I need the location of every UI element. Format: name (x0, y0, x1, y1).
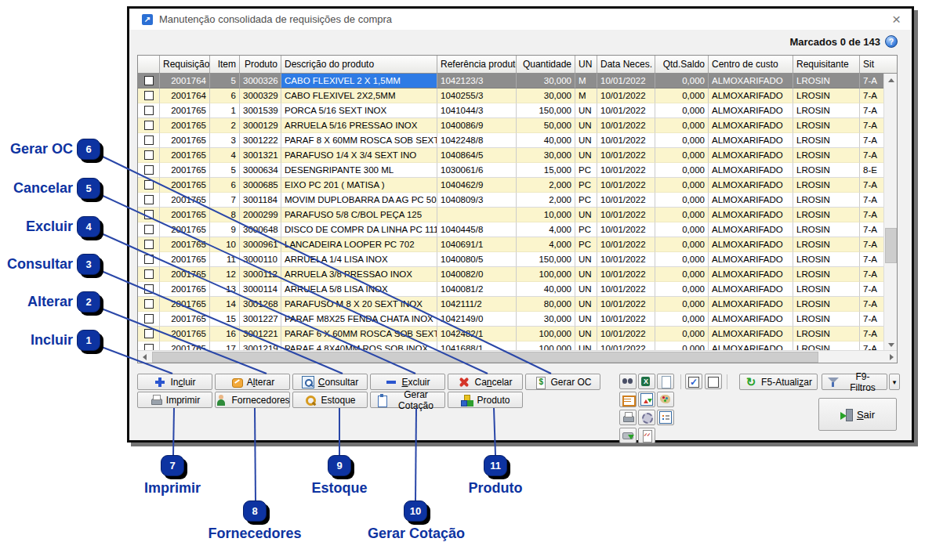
row-checkbox[interactable] (144, 269, 154, 279)
uncheck-all-button[interactable] (705, 374, 722, 389)
gear-button[interactable] (638, 410, 655, 425)
table-row[interactable]: 2001765163001221PARAF 6 X 60MM ROSCA SOB… (138, 327, 885, 341)
cell-UN: PC (575, 222, 597, 237)
cell-Sit: 7-A (860, 222, 885, 237)
fornecedores-button[interactable]: Fornecedores (215, 392, 290, 408)
table-row[interactable]: 200176593000648DISCO DE COMPR DA LINHA P… (138, 222, 885, 237)
row-checkbox[interactable] (144, 165, 154, 175)
table-row[interactable]: 200176573001184MOVIM DUPLOBARRA DA AG PC… (138, 193, 885, 208)
row-checkbox[interactable] (144, 299, 154, 309)
table-row[interactable]: 200176453000326CABO FLEXIVEL 2 X 1,5MM10… (138, 74, 885, 89)
row-checkbox[interactable] (144, 180, 154, 190)
cell-Requisição: 2001765 (160, 282, 210, 297)
cell-Descrição do produto: ARRUELA 5/16 PRESSAO INOX (281, 118, 437, 133)
row-checkbox[interactable] (144, 225, 154, 234)
filters-dropdown-button[interactable]: ▾ (889, 374, 900, 390)
cell-Produto: 3000961 (240, 237, 281, 252)
row-checkbox[interactable] (144, 135, 154, 145)
cell-Referência produto: 1040080/5 (437, 252, 517, 267)
cell-Centro de custo: ALMOXARIFADO (709, 252, 793, 267)
cell-Produto: 3001227 (240, 312, 281, 327)
print-setup-button[interactable] (619, 410, 637, 425)
cancelar-button[interactable]: Cancelar (448, 374, 523, 390)
binoculars-button[interactable] (619, 374, 637, 389)
close-icon[interactable]: × (892, 10, 901, 29)
row-checkbox[interactable] (144, 240, 154, 249)
vertical-scroll-thumb[interactable] (885, 228, 897, 263)
vertical-scrollbar[interactable] (883, 74, 897, 352)
cell-UN: PC (575, 193, 597, 208)
grid-settings-button[interactable] (619, 392, 637, 407)
sort-order-button[interactable] (638, 392, 655, 407)
horizontal-scroll-thumb[interactable] (152, 352, 818, 363)
cell-UN: PC (575, 163, 597, 178)
excel-export-button[interactable] (638, 374, 655, 389)
table-row[interactable]: 200176513001539PORCA 5/16 SEXT INOX10410… (138, 103, 885, 118)
cell-Requisição: 2001765 (160, 297, 210, 312)
cell-select (138, 193, 160, 208)
table-row[interactable]: 200176543001321PARAFUSO 1/4 X 3/4 SEXT I… (138, 148, 885, 163)
row-checkbox[interactable] (144, 284, 154, 294)
table-row[interactable]: 2001765143001268PARAFUSO M 8 X 20 SEXT I… (138, 297, 885, 312)
cell-Descrição do produto: ARRUELA 1/4 LISA INOX (281, 252, 437, 267)
sair-button[interactable]: Sair (818, 398, 897, 431)
row-checkbox[interactable] (144, 210, 154, 219)
scroll-up-button[interactable] (884, 74, 898, 87)
cell-Requisitante: LROSIN (793, 208, 860, 222)
table-row[interactable]: 200176563000685EIXO PC 201 ( MATISA )104… (138, 178, 885, 193)
incluir-button[interactable]: Incluir (137, 374, 212, 390)
table-row[interactable]: 200176553000634DESENGRIPANTE 300 ML10300… (138, 163, 885, 178)
f5-refresh-button[interactable]: ↻ F5-Atualizar (739, 374, 818, 390)
print-export-button[interactable] (619, 428, 637, 443)
new-document-button[interactable] (657, 374, 674, 389)
row-checkbox[interactable] (144, 106, 154, 115)
cell-Requisição: 2001765 (160, 237, 210, 252)
table-row[interactable]: 2001765123000112ARRUELA 3/8 PRESSAO INOX… (138, 267, 885, 282)
cell-Referência produto: 1042123/3 (437, 74, 517, 89)
list-view-button[interactable] (657, 410, 674, 425)
alterar-button[interactable]: Alterar (215, 374, 290, 390)
produto-button[interactable]: Produto (448, 392, 523, 408)
gerar-oc-button[interactable]: Gerar OC (525, 374, 600, 390)
check-all-button[interactable] (685, 374, 702, 389)
table-row[interactable]: 2001765103000961LANCADEIRA LOOPER PC 702… (138, 237, 885, 252)
row-checkbox[interactable] (144, 91, 154, 100)
scroll-left-button[interactable] (138, 351, 151, 363)
palette-button[interactable] (657, 392, 674, 407)
row-checkbox[interactable] (144, 255, 154, 264)
imprimir-button[interactable]: Imprimir (137, 392, 212, 408)
cell-Data Neces.: 10/01/2022 (597, 118, 655, 133)
estoque-button[interactable]: Estoque (292, 392, 368, 408)
cell-Referência produto: 1040691/1 (437, 237, 517, 252)
table-row[interactable]: 2001765153001227PARAF M8X25 FENDA CHATA … (138, 312, 885, 327)
help-icon[interactable]: ? (885, 35, 898, 48)
table-row[interactable]: 200176533001222PARAF 8 X 60MM ROSCA SOB … (138, 133, 885, 148)
table-row[interactable]: 200176523000129ARRUELA 5/16 PRESSAO INOX… (138, 118, 885, 133)
row-checkbox[interactable] (144, 76, 154, 85)
gerar-cotacao-button[interactable]: Gerar Cotação (370, 392, 445, 408)
cell-Data Neces.: 10/01/2022 (597, 282, 655, 297)
row-checkbox[interactable] (144, 195, 154, 204)
scroll-right-button[interactable] (885, 351, 898, 363)
cell-Item: 9 (210, 222, 240, 237)
row-checkbox[interactable] (144, 150, 154, 160)
cell-Referência produto: 1042149/0 (437, 312, 517, 327)
cell-Requisitante: LROSIN (793, 282, 860, 297)
table-row[interactable]: 200176582000299PARAFUSO 5/8 C/BOL PEÇA 1… (138, 208, 885, 222)
excluir-button[interactable]: Excluir (370, 374, 445, 390)
table-row[interactable]: 200176463000329CABO FLEXIVEL 2X2,5MM1040… (138, 89, 885, 103)
row-checkbox[interactable] (144, 121, 154, 130)
app-window: ↗ Manutenção consolidada de requisições … (127, 6, 914, 443)
table-row[interactable]: 2001765133000114ARRUELA 5/8 LISA INOX104… (138, 282, 885, 297)
cell-Referência produto: 1042111/2 (437, 297, 517, 312)
cell-Data Neces.: 10/01/2022 (597, 193, 655, 208)
column-header-Centro de custo: Centro de custo (709, 56, 793, 74)
f9-filters-button[interactable]: F9-Filtros (822, 374, 887, 390)
checklist-button[interactable] (638, 428, 655, 443)
row-checkbox[interactable] (144, 329, 154, 338)
horizontal-scrollbar[interactable] (138, 350, 898, 363)
table-row[interactable]: 2001765113000110ARRUELA 1/4 LISA INOX104… (138, 252, 885, 267)
row-checkbox[interactable] (144, 314, 154, 323)
cell-Centro de custo: ALMOXARIFADO (709, 327, 793, 341)
consultar-button[interactable]: Consultar (292, 374, 368, 390)
